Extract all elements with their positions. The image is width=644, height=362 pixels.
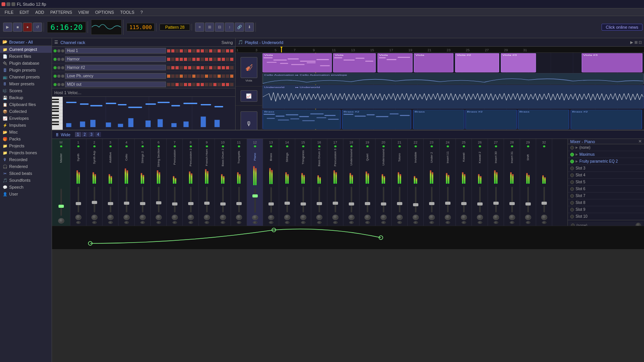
pad[interactable] xyxy=(175,74,179,78)
pad[interactable] xyxy=(230,57,234,61)
fader-knob-32[interactable] xyxy=(542,202,547,205)
sidebar-item-channel-presets[interactable]: 📺 Channel presets xyxy=(0,73,52,80)
pad[interactable] xyxy=(200,74,204,78)
pan-knob-19[interactable] xyxy=(365,221,370,224)
pad[interactable] xyxy=(179,57,183,61)
insert-slot-6[interactable]: Slot 6 xyxy=(568,186,644,192)
fader-knob-5[interactable] xyxy=(140,202,145,205)
close-btn[interactable] xyxy=(2,2,5,6)
vol-knob-9[interactable] xyxy=(204,215,210,220)
insert-power-3[interactable] xyxy=(570,166,574,170)
menu-help[interactable]: ? xyxy=(137,8,146,16)
pad[interactable] xyxy=(196,74,200,78)
channel-led-3[interactable] xyxy=(61,66,64,69)
pan-knob-23[interactable] xyxy=(429,221,434,224)
pad[interactable] xyxy=(213,83,217,86)
tool-btn-3[interactable]: ⊟ xyxy=(215,23,224,32)
menu-patterns[interactable]: PATTERNS xyxy=(47,8,75,16)
channel-name[interactable]: Love Ph..uency xyxy=(65,73,166,79)
tool-btn-6[interactable]: ⬇ xyxy=(245,23,254,32)
pad[interactable] xyxy=(175,66,179,70)
pan-knob-29[interactable] xyxy=(526,221,530,224)
sidebar-item-collected[interactable]: 📦 Collected xyxy=(0,108,52,115)
vol-knob-17[interactable] xyxy=(332,215,338,220)
pad[interactable] xyxy=(167,66,171,70)
mixer-tab-2[interactable]: 2 xyxy=(82,132,88,137)
pad[interactable] xyxy=(175,49,179,53)
insert-slot-8[interactable]: Slot 8 xyxy=(568,199,644,206)
send-row-1[interactable]: (none) xyxy=(569,222,642,226)
pan-knob-18[interactable] xyxy=(349,221,354,224)
pad[interactable] xyxy=(188,66,192,70)
sidebar-item-mixer-presets[interactable]: 🎚 Mixer presets xyxy=(0,80,52,87)
vol-knob-3[interactable] xyxy=(107,215,114,220)
pad[interactable] xyxy=(167,74,171,78)
record-button[interactable]: ● xyxy=(23,23,32,32)
sidebar-item-user[interactable]: 👤 User xyxy=(0,191,52,197)
fader-knob-23[interactable] xyxy=(429,202,434,205)
pad[interactable] xyxy=(167,57,171,61)
channel-led[interactable] xyxy=(54,75,57,78)
fader-knob-17[interactable] xyxy=(333,202,338,205)
sidebar-item-packs[interactable]: 🎁 Packs xyxy=(0,135,52,142)
pan-knob-24[interactable] xyxy=(446,221,450,224)
insert-slot-7[interactable]: Slot 7 xyxy=(568,192,644,199)
pad[interactable] xyxy=(179,83,183,86)
sidebar-item-rendered[interactable]: 🎧 Rendered xyxy=(0,163,52,170)
menu-file[interactable]: FILE xyxy=(2,8,16,16)
pad[interactable] xyxy=(221,74,225,78)
sidebar-item-projects[interactable]: 📁 Projects xyxy=(0,142,52,149)
channel-led[interactable] xyxy=(54,83,57,86)
channel-row[interactable]: Love Ph..uency xyxy=(52,72,235,80)
channel-led[interactable] xyxy=(54,58,57,61)
news-button[interactable]: Click online news xyxy=(602,24,642,31)
sidebar-item-soundfonts[interactable]: 🎵 Soundfonts xyxy=(0,177,52,184)
vol-knob-25[interactable] xyxy=(461,215,467,220)
pad[interactable] xyxy=(217,49,221,53)
pan-knob-27[interactable] xyxy=(494,221,498,224)
pan-knob-22[interactable] xyxy=(413,221,418,224)
pad[interactable] xyxy=(205,49,208,53)
vol-knob-19[interactable] xyxy=(364,215,371,220)
insert-power-8[interactable] xyxy=(570,201,574,205)
vol-knob-28[interactable] xyxy=(509,215,515,220)
sidebar-item-current-project[interactable]: 📁 Current project xyxy=(0,46,52,53)
insert-slot-9[interactable]: Slot 9 xyxy=(568,206,644,213)
pad[interactable] xyxy=(221,57,225,61)
pad[interactable] xyxy=(192,66,196,70)
pad[interactable] xyxy=(171,83,175,86)
fader-knob-15[interactable] xyxy=(301,202,306,205)
fader-knob-29[interactable] xyxy=(525,202,531,205)
tool-btn-5[interactable]: 🔗 xyxy=(235,23,244,32)
pad[interactable] xyxy=(205,66,208,70)
pad[interactable] xyxy=(217,57,221,61)
pad[interactable] xyxy=(175,57,179,61)
minimize-btn[interactable] xyxy=(7,2,10,6)
pan-knob-2[interactable] xyxy=(92,221,97,224)
pad[interactable] xyxy=(230,66,234,70)
menu-add[interactable]: ADD xyxy=(32,8,47,16)
pad[interactable] xyxy=(171,57,175,61)
pad[interactable] xyxy=(217,74,221,78)
sidebar-item-speech[interactable]: 💬 Speech xyxy=(0,184,52,191)
pad[interactable] xyxy=(184,74,187,78)
pad[interactable] xyxy=(209,57,213,61)
channel-led-2[interactable] xyxy=(57,49,60,52)
vol-knob-5[interactable] xyxy=(140,215,146,220)
pad[interactable] xyxy=(192,49,196,53)
channel-led-3[interactable] xyxy=(61,75,64,78)
pad[interactable] xyxy=(179,74,183,78)
mixer-tab-3[interactable]: 3 xyxy=(88,132,94,137)
bpm-display[interactable]: 115.000 xyxy=(127,23,154,31)
fader-knob-1[interactable] xyxy=(76,202,81,205)
pad[interactable] xyxy=(200,66,204,70)
loop-button[interactable]: ↺ xyxy=(33,23,42,32)
vol-knob-22[interactable] xyxy=(413,215,419,220)
vol-knob-10[interactable] xyxy=(220,215,226,220)
pad[interactable] xyxy=(200,83,204,86)
vol-knob-8[interactable] xyxy=(188,215,194,220)
fader-knob-10[interactable] xyxy=(220,202,226,205)
fader-knob-8[interactable] xyxy=(188,202,194,205)
channel-led[interactable] xyxy=(54,49,57,52)
insert-slot-5[interactable]: Slot 5 xyxy=(568,179,644,186)
